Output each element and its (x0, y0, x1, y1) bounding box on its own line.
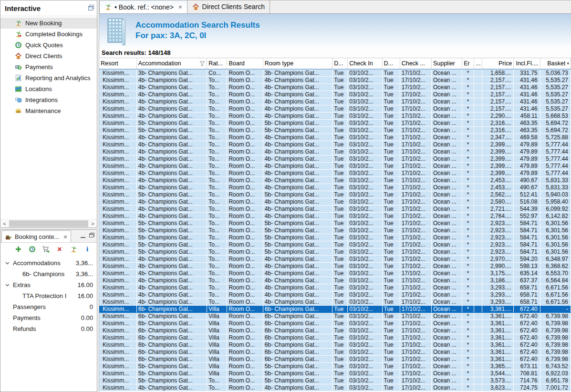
table-row[interactable]: Kissimm...6b- Champions Gat...VillaRoom … (99, 327, 571, 334)
column-header-check_out[interactable]: Check ... (400, 58, 431, 69)
table-row[interactable]: Kissimm...4b- Champions Gat...To...Room … (99, 263, 571, 270)
cart-transfer-button[interactable] (42, 245, 50, 254)
table-row[interactable]: Kissimm...4b- Champions Gat...To...Room … (99, 384, 571, 392)
table-row[interactable]: Kissimm...4b- Champions Gat...To...Room … (99, 148, 571, 155)
sidebar-item-payments[interactable]: $Payments (0, 62, 97, 72)
table-row[interactable]: Kissimm...5b- Champions Gat...To...Room … (99, 241, 571, 248)
cell-rat: To... (207, 213, 227, 220)
table-row[interactable]: Kissimm...4b- Champions Gat...To...Room … (99, 177, 571, 184)
table-row[interactable]: Kissimm...4b- Champions Gat...To...Room … (99, 113, 571, 120)
column-header-dots[interactable]: ... (474, 58, 482, 69)
table-row[interactable]: Kissimm...6b- Champions Gat...VillaRoom … (99, 356, 571, 363)
table-row[interactable]: Kissimm...5b- Champions Gat...To...Room … (99, 191, 571, 198)
chevron-down-icon[interactable] (5, 284, 13, 287)
table-row[interactable]: Kissimm...4b- Champions Gat...To...Room … (99, 134, 571, 141)
table-row[interactable]: Kissimm...4b- Champions Gat...To...Room … (99, 98, 571, 105)
table-row[interactable]: Kissimm...4b- Champions Gat...To...Room … (99, 284, 571, 291)
column-header-room[interactable]: Room type (263, 58, 332, 69)
column-header-d1[interactable]: D... (332, 58, 348, 69)
booking-content-tab[interactable]: Booking conte... × (1, 230, 71, 242)
maximize-view-icon[interactable] (89, 234, 93, 237)
sidebar-item-quick-quotes[interactable]: Quick Quotes (0, 40, 97, 51)
table-row[interactable]: Kissimm...5b- Champions Gat...To...Room … (99, 377, 571, 384)
close-icon[interactable]: × (63, 234, 67, 240)
cell-basket: 6,739.98 (540, 334, 571, 341)
table-row[interactable]: Kissimm...4b- Champions Gat...To...Room … (99, 170, 571, 177)
table-row[interactable]: Kissimm...4b- Champions Gat...To...Room … (99, 91, 571, 98)
table-row[interactable]: Kissimm...5b- Champions Gat...VillaRoom … (99, 363, 571, 370)
table-row[interactable]: Kissimm...6b- Champions Gat...VillaRoom … (99, 341, 571, 349)
delete-x-button[interactable]: × (55, 245, 64, 254)
table-row[interactable]: Kissimm...5b- Champions Gat...To...Room … (99, 227, 571, 234)
tree-item-passengers[interactable]: Passengers0 (0, 301, 97, 312)
table-row[interactable]: Kissimm...4b- Champions Gat...To...Room … (99, 198, 571, 206)
scroll-left-icon[interactable]: < (0, 220, 9, 227)
sidebar-item-reporting-and-analytics[interactable]: Reporting and Analytics (0, 72, 97, 83)
tree-item-refunds[interactable]: Refunds0.00 (0, 323, 97, 334)
table-row[interactable]: Kissimm...5b- Champions Gat...To...Room … (99, 120, 571, 127)
tree-item-extras[interactable]: Extras16.00 (0, 279, 97, 290)
table-row[interactable]: Kissimm...4b- Champions Gat...To...Room … (99, 105, 571, 113)
column-header-board[interactable]: Board (227, 58, 263, 69)
column-header-incl_fl[interactable]: Incl.Fl.... (514, 58, 540, 69)
table-row[interactable]: Kissimm...5b- Champions Gat...To...Room … (99, 234, 571, 241)
schedule-clock-button[interactable] (28, 245, 36, 254)
table-row[interactable]: Kissimm...4b- Champions Gat...To...Room … (99, 291, 571, 299)
table-row[interactable]: Kissimm...4b- Champions Gat...To...Room … (99, 277, 571, 284)
tab-direct-clients-search[interactable]: Direct Clients Search (187, 0, 270, 13)
column-header-basket[interactable]: Basket▾ (540, 58, 571, 69)
column-header-check_in[interactable]: Check In (348, 58, 382, 69)
tab-booking-ref[interactable]: • Book. ref.: <none> × (99, 0, 187, 13)
table-row[interactable]: Kissimm...5b- Champions Gat...VillaRoom … (99, 370, 571, 377)
sidebar-item-integrations[interactable]: Integrations (0, 94, 97, 105)
table-row[interactable]: Kissimm...4b- Champions Gat...To...Room … (99, 213, 571, 220)
table-row[interactable]: Kissimm...3b- Champions Gat...Co...Room … (99, 69, 571, 77)
sidebar-item-locations[interactable]: Locations (0, 83, 97, 94)
sidebar-item-direct-clients[interactable]: Direct Clients (0, 51, 97, 62)
sidebar-horizontal-scrollbar[interactable]: < > (0, 219, 97, 227)
scrollbar-thumb[interactable] (9, 220, 88, 227)
column-header-er[interactable]: Er (462, 58, 474, 69)
sidebar-item-completed-bookings[interactable]: Completed Bookings (0, 29, 97, 40)
table-row[interactable]: Kissimm...4b- Champions Gat...To...Room … (99, 299, 571, 306)
table-row[interactable]: Kissimm...4b- Champions Gat...To...Room … (99, 155, 571, 163)
table-row[interactable]: Kissimm...6b- Champions Gat...VillaRoom … (99, 334, 571, 341)
table-row[interactable]: Kissimm...4b- Champions Gat...To...Room … (99, 256, 571, 263)
filter-funnel-icon[interactable] (199, 61, 205, 66)
table-row[interactable]: Kissimm...6b- Champions Gat...VillaRoom … (99, 306, 571, 313)
tree-item-tta-protection-i[interactable]: TTA Protection I16.00 (0, 290, 97, 301)
restore-panel-icon[interactable] (88, 6, 93, 10)
table-row[interactable]: Kissimm...4b- Champions Gat...To...Room … (99, 184, 571, 191)
table-row[interactable]: Kissimm...4b- Champions Gat...To...Room … (99, 270, 571, 277)
column-header-d2[interactable]: D... (382, 58, 400, 69)
sidebar-item-new-booking[interactable]: New Booking (0, 18, 97, 29)
table-row[interactable]: Kissimm...4b- Champions Gat...To...Room … (99, 84, 571, 91)
chevron-down-icon[interactable] (5, 262, 13, 265)
minimize-view-icon[interactable] (81, 234, 85, 238)
column-header-rat[interactable]: Rat... (207, 58, 227, 69)
table-row[interactable]: Kissimm...6b- Champions Gat...VillaRoom … (99, 320, 571, 327)
table-row[interactable]: Kissimm...5b- Champions Gat...To...Room … (99, 220, 571, 227)
tree-item-payments[interactable]: Payments0.00 (0, 312, 97, 323)
table-row[interactable]: Kissimm...4b- Champions Gat...To...Room … (99, 163, 571, 170)
table-row[interactable]: Kissimm...6b- Champions Gat...VillaRoom … (99, 313, 571, 320)
table-row[interactable]: Kissimm...4b- Champions Gat...To...Room … (99, 206, 571, 213)
table-row[interactable]: Kissimm...6b- Champions Gat...VillaRoom … (99, 349, 571, 356)
table-row[interactable]: Kissimm...5b- Champions Gat...To...Room … (99, 127, 571, 134)
table-row[interactable]: Kissimm...5b- Champions Gat...To...Room … (99, 248, 571, 256)
column-header-price[interactable]: Price (482, 58, 514, 69)
column-header-supplier[interactable]: Supplier (431, 58, 462, 69)
add-plus-button[interactable] (14, 245, 22, 254)
table-row[interactable]: Kissimm...4b- Champions Gat...To...Room … (99, 141, 571, 148)
column-header-acc[interactable]: Accommodation (136, 58, 207, 69)
table-row[interactable]: Kissimm...4b- Champions Gat...To...Room … (99, 77, 571, 84)
palm-tree-button[interactable] (69, 245, 78, 254)
info-button[interactable]: i (83, 245, 92, 254)
close-icon[interactable]: × (178, 4, 182, 10)
tree-item-accommodations[interactable]: Accommodations3,36... (0, 258, 97, 268)
scrollbar-track[interactable] (9, 220, 89, 227)
sidebar-item-maintenance[interactable]: Maintenance (0, 105, 97, 116)
scroll-right-icon[interactable]: > (89, 220, 97, 227)
column-header-resort[interactable]: Resort (99, 58, 136, 69)
tree-item-6b-champions[interactable]: 6b- Champions3,36... (0, 268, 97, 279)
